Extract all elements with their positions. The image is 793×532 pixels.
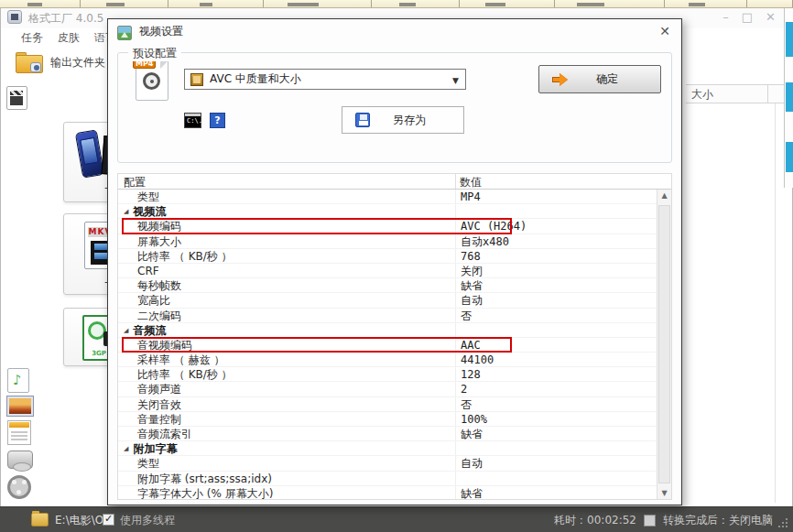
config-group-row[interactable]: ◢音频流 xyxy=(118,323,657,338)
config-value xyxy=(455,323,657,337)
config-row[interactable]: CRF关闭 xyxy=(118,264,657,278)
dialog-title: 视频设置 xyxy=(139,24,183,39)
output-folder-icon xyxy=(16,52,43,73)
config-row[interactable]: 字幕字体大小 (% 屏幕大小)缺省 xyxy=(118,486,657,499)
config-label: 音频声道 xyxy=(118,382,455,396)
column-header-config[interactable]: 配置 xyxy=(124,175,146,190)
config-label: 每秒帧数 xyxy=(118,278,455,292)
menu-task[interactable]: 任务 xyxy=(21,28,43,47)
rom-device-category-icon[interactable] xyxy=(7,451,33,469)
config-value: 否 xyxy=(455,309,657,322)
advanced-category-icon[interactable] xyxy=(7,475,31,499)
column-header-size[interactable]: 大小 xyxy=(686,84,768,103)
preset-selected-value: AVC 中质量和大小 xyxy=(210,71,301,87)
config-row[interactable]: 宽高比自动 xyxy=(118,293,657,308)
column-header-value[interactable]: 数值 xyxy=(460,175,482,190)
config-label: 音量控制 xyxy=(118,412,455,426)
menubar: 任务 皮肤 语言 xyxy=(1,28,116,47)
config-value: 自动 xyxy=(455,293,657,307)
scroll-up-icon[interactable]: ▲ xyxy=(657,191,671,200)
config-row[interactable]: 类型自动 xyxy=(118,456,657,471)
dialog-close-icon[interactable]: ✕ xyxy=(659,24,670,38)
menu-skin[interactable]: 皮肤 xyxy=(58,28,80,47)
config-group-row[interactable]: ◢附加字幕 xyxy=(118,441,657,456)
close-button[interactable]: ✕ xyxy=(766,9,776,26)
config-row[interactable]: 视频编码AVC (H264) xyxy=(118,219,657,233)
multithread-label[interactable]: 使用多线程 xyxy=(120,513,175,528)
table-scrollbar[interactable]: ▲ ▼ xyxy=(657,190,671,499)
config-value: 44100 xyxy=(455,353,657,366)
folder-icon xyxy=(31,513,49,527)
preset-dropdown[interactable]: AVC 中质量和大小 ▼ xyxy=(184,69,466,90)
resize-grip[interactable] xyxy=(778,518,788,527)
config-row[interactable]: 附加字幕 (srt;ass;ssa;idx) xyxy=(118,472,657,486)
config-row[interactable]: 每秒帧数缺省 xyxy=(118,278,657,293)
expander-icon[interactable]: ◢ xyxy=(124,208,128,215)
config-value: 否 xyxy=(455,397,657,411)
config-label: 关闭音效 xyxy=(118,397,455,411)
config-label: 屏幕大小 xyxy=(118,234,455,248)
config-label: CRF xyxy=(118,264,455,277)
audio-category-icon[interactable]: ♪ xyxy=(7,368,29,393)
floppy-disk-icon xyxy=(355,113,370,127)
mp4-file-icon: MP4 xyxy=(136,60,168,101)
expander-icon[interactable]: ◢ xyxy=(124,445,128,452)
config-label: 视频编码 xyxy=(118,219,455,233)
config-row[interactable]: 采样率 （ 赫兹 ）44100 xyxy=(118,353,657,367)
minimize-button[interactable]: – xyxy=(722,9,729,26)
file-list-divider xyxy=(775,103,776,503)
maximize-button[interactable]: □ xyxy=(742,9,753,26)
column-header-empty[interactable] xyxy=(768,84,785,103)
config-value: AVC (H264) xyxy=(455,219,657,233)
config-row[interactable]: 音频流索引缺省 xyxy=(118,427,657,441)
config-row[interactable]: 二次编码否 xyxy=(118,309,657,323)
document-category-icon[interactable] xyxy=(7,420,31,445)
config-value: 缺省 xyxy=(455,278,657,292)
app-icon xyxy=(7,10,22,24)
scrollbar-thumb[interactable] xyxy=(658,205,670,483)
output-folder-label: 输出文件夹 xyxy=(50,55,105,71)
config-label: 附加字幕 (srt;ass;ssa;idx) xyxy=(118,472,455,485)
config-value xyxy=(455,441,657,455)
save-as-button[interactable]: 另存为 xyxy=(342,106,464,134)
config-rows: 类型MP4◢视频流视频编码AVC (H264)屏幕大小自动x480比特率 （ K… xyxy=(118,190,657,499)
video-settings-dialog: 视频设置 ✕ 预设配置 MP4 AVC 中质量和大小 ▼ 确定 C:\. ? 另… xyxy=(107,18,682,505)
config-row[interactable]: 类型MP4 xyxy=(118,190,657,204)
arrow-right-icon xyxy=(552,73,569,86)
ok-button[interactable]: 确定 xyxy=(538,65,661,93)
config-group-row[interactable]: ◢视频流 xyxy=(118,204,657,219)
config-value: MP4 xyxy=(455,190,657,203)
video-category-icon[interactable] xyxy=(6,86,27,110)
config-value: 128 xyxy=(455,367,657,381)
picture-category-icon[interactable] xyxy=(7,396,33,416)
config-value xyxy=(455,472,657,485)
config-value: 2 xyxy=(455,382,657,396)
config-value: 缺省 xyxy=(455,486,657,499)
chevron-down-icon[interactable]: ▼ xyxy=(452,76,459,85)
help-icon[interactable]: ? xyxy=(210,113,225,128)
config-row[interactable]: 音频声道2 xyxy=(118,382,657,396)
config-row[interactable]: 比特率 （ KB/秒 ）768 xyxy=(118,249,657,264)
output-folder-button[interactable]: 输出文件夹 xyxy=(16,52,105,73)
config-label: ◢音频流 xyxy=(118,323,455,337)
config-row[interactable]: 关闭音效否 xyxy=(118,397,657,412)
shutdown-label[interactable]: 转换完成后：关闭电脑 xyxy=(663,513,773,528)
background-window-edge xyxy=(784,8,793,188)
config-row[interactable]: 比特率 （ KB/秒 ）128 xyxy=(118,367,657,382)
expander-icon[interactable]: ◢ xyxy=(124,327,128,334)
video-settings-icon xyxy=(117,26,132,40)
config-label: 宽高比 xyxy=(118,293,455,307)
shutdown-checkbox[interactable] xyxy=(644,515,656,527)
config-label: ◢视频流 xyxy=(118,204,455,218)
config-row[interactable]: 屏幕大小自动x480 xyxy=(118,234,657,249)
multithread-checkbox[interactable] xyxy=(103,514,114,526)
config-label: 类型 xyxy=(118,190,455,203)
config-label: 采样率 （ 赫兹 ） xyxy=(118,353,455,366)
config-row[interactable]: 音量控制100% xyxy=(118,412,657,427)
config-value xyxy=(455,204,657,218)
scroll-down-icon[interactable]: ▼ xyxy=(657,489,671,497)
config-table-header: 配置 数值 xyxy=(118,174,671,190)
config-row[interactable]: 音视频编码AAC xyxy=(118,338,657,353)
command-line-icon[interactable]: C:\. xyxy=(184,113,201,128)
config-label: 音视频编码 xyxy=(118,338,455,352)
